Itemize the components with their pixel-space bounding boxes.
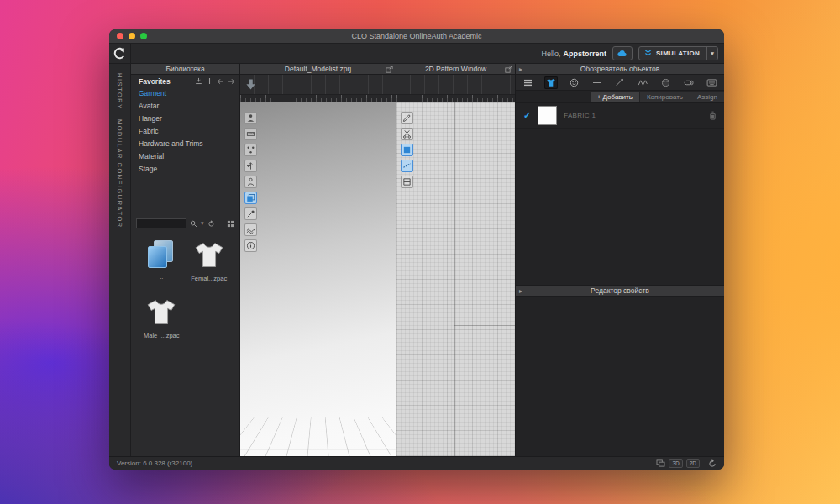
thumbnail-parent-folder[interactable]: .. bbox=[148, 240, 175, 282]
keyboard-icon[interactable] bbox=[706, 76, 718, 89]
clo-logo-icon bbox=[109, 44, 130, 64]
collapse-arrow-icon[interactable]: ▸ bbox=[519, 287, 522, 295]
delete-fabric-button[interactable] bbox=[709, 111, 717, 120]
object-browser-actions: + Добавить Копировать Assign bbox=[516, 91, 724, 103]
tape-measure-icon[interactable] bbox=[244, 128, 257, 140]
list-view-icon[interactable] bbox=[522, 76, 534, 89]
library-item-avatar[interactable]: Avatar bbox=[131, 100, 239, 113]
garment-filter-icon[interactable] bbox=[544, 76, 557, 89]
seam-filter-icon[interactable] bbox=[591, 76, 603, 89]
collapse-arrow-icon[interactable]: ▸ bbox=[519, 66, 522, 73]
fabric-wave-icon[interactable] bbox=[244, 223, 257, 236]
thumbnail-male-garment[interactable]: Male_...zpac bbox=[144, 297, 180, 339]
thumbnail-female-garment[interactable]: Femal...zpac bbox=[191, 240, 227, 282]
popout-icon[interactable] bbox=[386, 66, 393, 73]
pattern-outline-icon[interactable] bbox=[401, 144, 413, 156]
view-mode-icon[interactable] bbox=[227, 220, 234, 228]
search-icon[interactable] bbox=[190, 220, 197, 228]
left-rail: HISTORY MODULAR CONFIGURATOR bbox=[109, 44, 131, 456]
viewport-3d-canvas[interactable] bbox=[240, 102, 396, 456]
library-item-material[interactable]: Material bbox=[131, 150, 239, 163]
library-item-fabric[interactable]: Fabric bbox=[131, 125, 239, 138]
close-window-button[interactable] bbox=[117, 33, 123, 39]
down-arrow-icon[interactable] bbox=[244, 78, 257, 91]
object-browser-toolbar bbox=[516, 75, 724, 91]
pin-icon[interactable] bbox=[244, 207, 257, 220]
library-header: Библиотека bbox=[131, 64, 239, 75]
viewport-3d-ruler bbox=[240, 95, 396, 102]
cloud-sync-icon bbox=[617, 50, 627, 57]
pattern-2d-toolbar bbox=[396, 75, 515, 95]
folder-up-icon bbox=[148, 240, 175, 269]
sewing-line-icon[interactable] bbox=[401, 160, 413, 172]
property-editor-title: Редактор свойств bbox=[591, 286, 649, 295]
pattern-2d-tools bbox=[401, 112, 413, 188]
pattern-board-divider bbox=[454, 102, 455, 456]
object-browser-title: Обозреватель объектов bbox=[580, 65, 660, 73]
topbar: Hello,Appstorrent SIMULATION ▾ bbox=[131, 44, 724, 64]
arrangement-points-icon[interactable] bbox=[244, 144, 257, 156]
view-3d-button[interactable]: 3D bbox=[669, 459, 682, 468]
minimize-window-button[interactable] bbox=[129, 33, 135, 39]
pattern-2d-canvas[interactable] bbox=[396, 102, 515, 456]
refresh-icon[interactable] bbox=[708, 459, 717, 468]
gizmo-icon[interactable] bbox=[244, 160, 257, 172]
fabric-list-item[interactable]: ✓ FABRIC 1 bbox=[516, 103, 724, 129]
avatar-pose-icon[interactable] bbox=[244, 112, 257, 124]
edit-pattern-icon[interactable] bbox=[401, 112, 413, 124]
pattern-2d-header: 2D Pattern Window bbox=[396, 64, 515, 75]
version-text: Version: 6.0.328 (r32100) bbox=[117, 459, 192, 467]
download-icon[interactable] bbox=[195, 77, 202, 85]
simulation-label: SIMULATION bbox=[656, 50, 700, 57]
thumbnail-label: Femal...zpac bbox=[191, 275, 227, 282]
username: Appstorrent bbox=[563, 50, 606, 58]
popout-icon[interactable] bbox=[505, 66, 512, 73]
simulation-button[interactable]: SIMULATION ▾ bbox=[638, 46, 718, 60]
double-chevron-icon bbox=[644, 50, 652, 57]
fabric-swatch[interactable] bbox=[538, 106, 557, 125]
property-editor-body bbox=[516, 297, 724, 456]
back-icon[interactable] bbox=[217, 78, 224, 85]
assign-fabric-button[interactable]: Assign bbox=[690, 92, 724, 102]
zoom-window-button[interactable] bbox=[140, 33, 147, 39]
viewport-3d-panel: Default_Modelist.zprj bbox=[240, 64, 396, 456]
library-search-row: ▾ bbox=[131, 218, 239, 228]
library-search-input[interactable] bbox=[136, 218, 186, 228]
caret-down-icon[interactable]: ▾ bbox=[706, 47, 717, 60]
add-fabric-button[interactable]: + Добавить bbox=[591, 92, 639, 102]
tab-modular-configurator[interactable]: MODULAR CONFIGURATOR bbox=[116, 119, 123, 228]
view-2d-button[interactable]: 2D bbox=[686, 459, 700, 468]
library-item-hardware-and-trims[interactable]: Hardware and Trims bbox=[131, 138, 239, 150]
scissors-icon[interactable] bbox=[401, 128, 413, 140]
object-browser-panel: ▸ Обозреватель объектов bbox=[516, 64, 724, 456]
sphere-filter-icon[interactable] bbox=[659, 76, 672, 89]
greeting-text: Hello,Appstorrent bbox=[541, 50, 606, 58]
window-titlebar[interactable]: CLO Standalone OnlineAuth Academic bbox=[109, 29, 724, 44]
library-item-hanger[interactable]: Hanger bbox=[131, 113, 239, 125]
copy-fabric-button[interactable]: Копировать bbox=[640, 92, 690, 102]
add-icon[interactable] bbox=[206, 77, 213, 85]
library-thumbnails: .. Femal...zpac Male_...zp bbox=[131, 228, 239, 351]
cloud-sync-button[interactable] bbox=[612, 46, 633, 60]
tab-history[interactable]: HISTORY bbox=[116, 73, 123, 110]
fabric-roll-icon[interactable] bbox=[682, 76, 695, 89]
pin-filter-icon[interactable] bbox=[613, 76, 626, 89]
check-icon[interactable]: ✓ bbox=[523, 110, 531, 121]
library-item-stage[interactable]: Stage bbox=[131, 163, 239, 176]
search-caret-icon[interactable]: ▾ bbox=[201, 220, 204, 227]
refresh-icon[interactable] bbox=[207, 220, 215, 228]
avatar-display-icon[interactable] bbox=[244, 176, 257, 188]
property-editor-header: ▸ Редактор свойств bbox=[516, 285, 724, 297]
favorites-label: Favorites bbox=[139, 77, 171, 86]
avatar-filter-icon[interactable] bbox=[568, 76, 580, 89]
stitch-filter-icon[interactable] bbox=[637, 76, 649, 89]
tshirt-icon bbox=[193, 240, 225, 270]
dual-window-icon[interactable] bbox=[656, 459, 665, 467]
traffic-lights bbox=[117, 33, 147, 39]
library-item-garment[interactable]: Garment bbox=[131, 87, 239, 100]
pattern-3d-icon[interactable] bbox=[244, 192, 257, 204]
statusbar: Version: 6.0.328 (r32100) 3D 2D bbox=[109, 456, 724, 470]
render-icon[interactable] bbox=[244, 239, 257, 252]
grid-snap-icon[interactable] bbox=[401, 176, 413, 188]
forward-icon[interactable] bbox=[228, 78, 235, 85]
